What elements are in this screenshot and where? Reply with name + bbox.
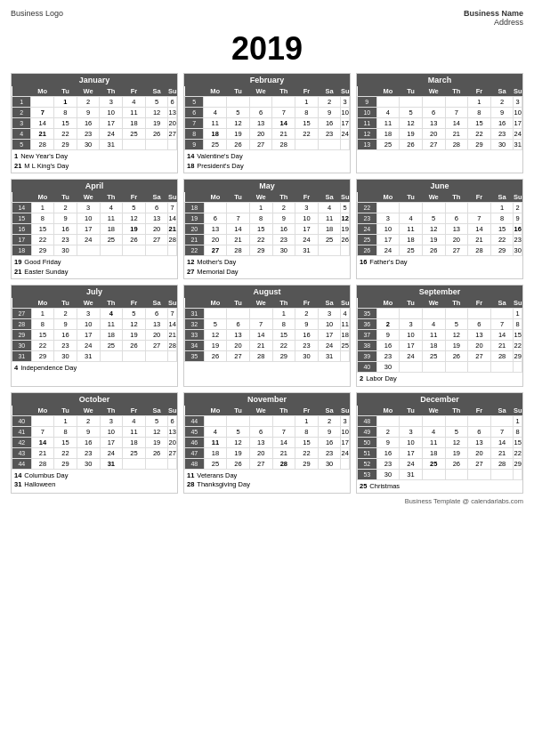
table-row: 4178910111213 (12, 426, 177, 437)
day-cell: 29 (295, 458, 319, 469)
day-cell: 17 (100, 118, 123, 129)
col-header: Su (341, 406, 350, 416)
day-cell (468, 309, 491, 319)
table-row: 4611121314151617 (185, 437, 350, 447)
day-cell: 19 (227, 129, 250, 140)
table-row: 314151617181920 (12, 118, 177, 129)
day-cell: 31 (318, 351, 341, 362)
day-cell: 4 (318, 203, 341, 213)
day-cell: 29 (490, 245, 514, 256)
col-header (358, 86, 377, 97)
holidays-section: 14Valentine's Day18President's Day (184, 150, 350, 173)
day-cell: 12 (445, 330, 468, 341)
table-row: 2212 (358, 203, 522, 213)
day-cell: 24 (376, 245, 400, 256)
day-cell: 27 (468, 351, 491, 362)
day-cell: 31 (185, 309, 205, 319)
col-header: Tu (227, 298, 250, 309)
col-header: Fr (123, 298, 146, 309)
holidays-section: 4Independence Day (12, 362, 177, 375)
holiday-name: Labor Day (366, 374, 397, 382)
day-cell: 9 (358, 97, 377, 108)
day-cell: 29 (514, 351, 522, 362)
col-header: Th (445, 406, 468, 416)
day-cell: 10 (318, 319, 341, 330)
col-header: Mo (204, 192, 227, 203)
day-cell: 7 (272, 426, 295, 437)
holidays-section: 11Veterans Day28Thanksgiving Day (184, 470, 350, 492)
col-header: Tu (54, 86, 77, 97)
day-cell (272, 97, 295, 108)
col-header (12, 298, 32, 309)
day-cell: 26 (422, 245, 445, 256)
day-cell: 24 (358, 224, 377, 235)
day-cell: 2 (77, 415, 100, 426)
day-cell (341, 458, 350, 469)
day-cell: 24 (514, 129, 522, 140)
day-cell: 1 (514, 309, 522, 319)
table-row: MoTuWeThFrSaSu (12, 192, 177, 203)
day-cell: 8 (490, 213, 514, 224)
col-header (358, 298, 377, 309)
day-cell: 18 (100, 224, 123, 235)
day-cell: 10 (77, 213, 100, 224)
table-row: 481 (358, 415, 522, 426)
month-table-march: MoTuWeThFrSaSu91231045678910111112131415… (357, 86, 522, 150)
day-cell: 4 (123, 415, 146, 426)
day-cell: 27 (145, 341, 168, 351)
day-cell: 10 (100, 426, 123, 437)
table-row: 31293031 (12, 351, 177, 362)
col-header: Fr (123, 192, 146, 203)
month-block-july: JulyMoTuWeThFrSaSu2712345672889101112131… (11, 285, 178, 387)
day-cell: 1 (295, 415, 319, 426)
day-cell: 20 (422, 129, 445, 140)
day-cell (445, 469, 468, 479)
table-row: MoTuWeThFrSaSu (185, 298, 350, 309)
col-header: Su (168, 406, 177, 416)
day-cell: 21 (168, 330, 177, 341)
day-cell: 30 (318, 458, 341, 469)
day-cell (376, 415, 400, 426)
day-cell: 22 (31, 235, 54, 245)
day-cell: 17 (341, 437, 350, 447)
col-header: Tu (54, 192, 77, 203)
month-table-april: MoTuWeThFrSaSu14123456715891011121314161… (12, 192, 177, 256)
day-cell: 10 (295, 213, 319, 224)
day-cell (145, 351, 168, 362)
day-cell: 17 (400, 341, 423, 351)
day-cell: 27 (468, 458, 491, 469)
calendar-grid: JanuaryMoTuWeThFrSaSu1123456278910111213… (11, 73, 523, 494)
day-cell (400, 97, 423, 108)
day-cell: 25 (400, 245, 423, 256)
day-cell (376, 203, 400, 213)
day-cell (100, 351, 123, 362)
col-header: Fr (468, 298, 491, 309)
day-cell: 23 (376, 351, 400, 362)
holiday-name: Good Friday (24, 258, 61, 266)
day-cell: 11 (422, 330, 445, 341)
day-cell (204, 97, 227, 108)
table-row: 1045678910 (358, 108, 522, 118)
day-cell: 20 (185, 224, 205, 235)
day-cell: 16 (376, 447, 400, 458)
col-header: Mo (31, 298, 54, 309)
day-cell: 18 (422, 447, 445, 458)
day-cell (227, 203, 250, 213)
day-cell: 35 (358, 309, 377, 319)
month-table-june: MoTuWeThFrSaSu22122334567892410111213141… (357, 192, 522, 256)
day-cell: 26 (445, 458, 468, 469)
day-cell (422, 415, 445, 426)
day-cell (204, 415, 227, 426)
day-cell: 40 (12, 415, 32, 426)
day-cell: 21 (272, 447, 295, 458)
day-cell: 30 (54, 245, 77, 256)
day-cell: 5 (12, 140, 31, 150)
day-cell: 21 (227, 235, 250, 245)
table-row: 3419202122232425 (185, 341, 350, 351)
day-cell (272, 415, 295, 426)
day-cell: 27 (422, 140, 445, 150)
day-cell: 22 (31, 341, 54, 351)
holiday-name: Valentine's Day (197, 152, 242, 160)
day-cell: 30 (514, 245, 522, 256)
month-block-december: DecemberMoTuWeThFrSaSu481492345678509101… (356, 392, 523, 495)
